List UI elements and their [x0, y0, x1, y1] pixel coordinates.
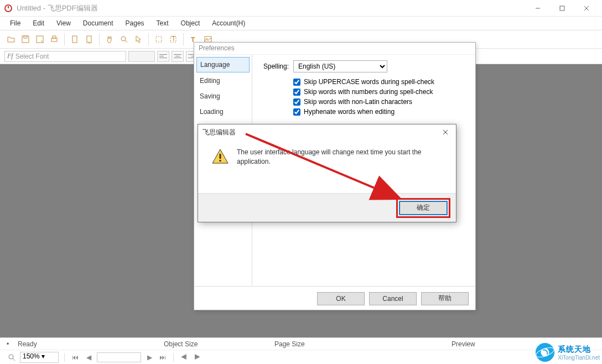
check-hyphenate[interactable] — [293, 108, 300, 116]
alert-title: 飞思编辑器 — [203, 128, 236, 137]
svg-rect-5 — [22, 36, 29, 43]
next-page-button[interactable]: ▶ — [144, 352, 154, 362]
svg-point-13 — [121, 37, 126, 41]
minimize-button[interactable] — [526, 0, 550, 17]
next-view-button[interactable]: ⯈ — [193, 352, 203, 362]
open-icon[interactable] — [4, 33, 18, 46]
menu-pages[interactable]: Pages — [120, 18, 150, 29]
svg-rect-10 — [72, 36, 77, 43]
svg-rect-9 — [53, 36, 56, 38]
status-page-size: Page Size — [274, 340, 341, 348]
close-button[interactable] — [574, 0, 599, 17]
prev-view-button[interactable]: ⯇ — [179, 352, 189, 362]
delete-page-icon[interactable] — [82, 33, 96, 46]
svg-rect-2 — [560, 6, 564, 11]
prev-page-button[interactable]: ◀ — [84, 352, 94, 362]
status-object-size: Object Size — [164, 340, 252, 348]
title-bar: Untitled - 飞思PDF编辑器 — [0, 0, 602, 17]
preferences-cancel-button[interactable]: Cancel — [369, 292, 417, 305]
watermark-icon — [534, 342, 556, 363]
font-placeholder: Select Font — [15, 53, 49, 60]
first-page-button[interactable]: ⏮ — [70, 352, 80, 362]
status-preview: Preview — [452, 340, 485, 348]
pointer-icon[interactable] — [132, 33, 145, 46]
save-as-icon[interactable] — [33, 33, 46, 46]
preferences-ok-button[interactable]: OK — [317, 292, 365, 305]
menu-view[interactable]: View — [51, 18, 76, 29]
font-size-select[interactable] — [128, 51, 155, 62]
alert-close-button[interactable] — [439, 126, 452, 138]
align-center-icon[interactable] — [172, 51, 184, 62]
spelling-label: Spelling: — [263, 63, 293, 70]
svg-line-27 — [13, 358, 15, 361]
last-page-button[interactable]: ⏭ — [158, 352, 168, 362]
warning-icon — [211, 148, 229, 165]
tab-language[interactable]: Language — [196, 57, 250, 72]
save-icon[interactable] — [19, 33, 32, 46]
svg-text:T: T — [172, 35, 176, 43]
edit-text-icon[interactable]: T — [167, 33, 180, 46]
zoom-icon[interactable] — [117, 33, 131, 46]
menu-bar: File Edit View Document Pages Text Objec… — [0, 17, 602, 30]
svg-rect-24 — [220, 160, 221, 162]
zoom-select[interactable]: 150% ▾ — [20, 352, 59, 363]
alert-dialog: 飞思编辑器 The user interface language will c… — [198, 124, 456, 222]
svg-rect-6 — [24, 36, 27, 38]
svg-rect-8 — [51, 38, 57, 41]
svg-line-14 — [125, 40, 127, 43]
menu-object[interactable]: Object — [175, 18, 206, 29]
tab-saving[interactable]: Saving — [196, 89, 250, 103]
alert-ok-button[interactable]: 确定 — [399, 201, 447, 215]
status-ready: Ready — [18, 340, 37, 348]
preferences-title: Preferences — [194, 43, 475, 55]
alert-message: The user interface language will change … — [237, 148, 443, 189]
zoom-icon[interactable] — [7, 352, 17, 362]
menu-text[interactable]: Text — [151, 18, 174, 29]
check-skip-numbers[interactable] — [293, 89, 300, 96]
menu-edit[interactable]: Edit — [27, 18, 50, 29]
hand-tool-icon[interactable] — [103, 33, 116, 46]
page-number-input[interactable] — [97, 352, 141, 362]
app-icon — [3, 3, 13, 13]
watermark-title: 系统天地 — [558, 345, 600, 355]
alert-ok-highlight: 确定 — [396, 198, 450, 218]
font-icon: Ff — [7, 52, 13, 60]
check-skip-numbers-label: Skip words with numbers during spell-che… — [304, 88, 433, 96]
font-select[interactable]: Ff Select Font — [4, 51, 126, 62]
edit-object-icon[interactable] — [152, 33, 165, 46]
tab-editing[interactable]: Editing — [196, 74, 250, 88]
check-skip-uppercase[interactable] — [293, 79, 300, 86]
blank-page-icon[interactable] — [68, 33, 81, 46]
watermark-url: XiTongTianDi.net — [558, 355, 600, 361]
status-bar: • Ready Object Size Page Size Preview 15… — [0, 337, 602, 364]
print-icon[interactable] — [48, 33, 61, 46]
svg-point-26 — [9, 355, 13, 359]
watermark: 系统天地 XiTongTianDi.net — [534, 342, 600, 363]
menu-document[interactable]: Document — [77, 18, 119, 29]
svg-rect-19 — [205, 37, 211, 42]
check-hyphenate-label: Hyphenate words when editing — [304, 108, 395, 116]
tab-loading[interactable]: Loading — [196, 105, 250, 119]
menu-account[interactable]: Account(H) — [206, 18, 251, 29]
check-skip-nonlatin-label: Skip words with non-Latin characters — [304, 98, 412, 106]
check-skip-uppercase-label: Skip UPPERCASE words during spell-check — [304, 78, 434, 86]
svg-point-30 — [541, 348, 549, 356]
check-skip-nonlatin[interactable] — [293, 98, 300, 106]
svg-rect-11 — [87, 36, 91, 43]
align-left-icon[interactable] — [157, 51, 169, 62]
menu-file[interactable]: File — [4, 18, 26, 29]
preferences-help-button[interactable]: 帮助 — [421, 292, 469, 305]
window-title: Untitled - 飞思PDF编辑器 — [17, 3, 526, 13]
svg-rect-15 — [156, 37, 162, 42]
spelling-select[interactable]: English (US) — [293, 60, 387, 72]
svg-rect-23 — [220, 154, 221, 159]
maximize-button[interactable] — [550, 0, 574, 17]
